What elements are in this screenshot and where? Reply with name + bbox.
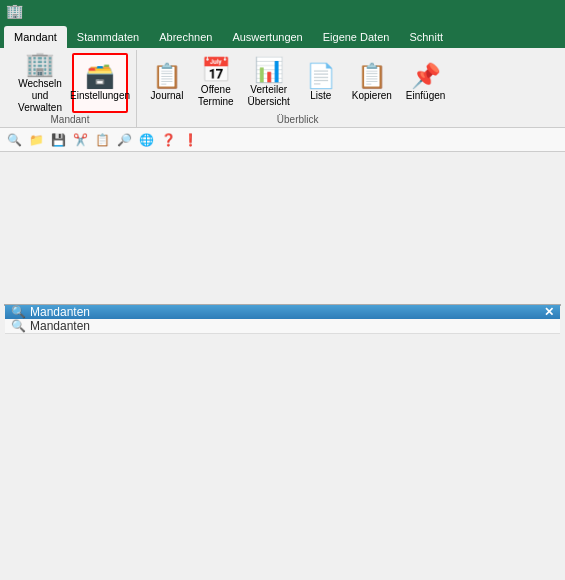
- einstellungen-icon: 🗃️: [85, 64, 115, 88]
- kopieren-label: Kopieren: [352, 90, 392, 102]
- tab-auswertungen[interactable]: Auswertungen: [222, 26, 312, 48]
- breadcrumb: 🔍 Mandanten: [5, 319, 560, 334]
- wechseln-icon: 🏢: [25, 52, 55, 76]
- ribbon-btn-journal[interactable]: 📋Journal: [145, 53, 189, 113]
- ribbon-group-ueberblick-group: 📋Journal📅Offene Termine📊Verteiler Übersi…: [137, 50, 458, 127]
- title-bar: 🏢: [0, 0, 565, 22]
- toolbar-btn-3[interactable]: ✂️: [70, 130, 90, 150]
- app-icon: 🏢: [6, 3, 23, 19]
- close-icon[interactable]: ✕: [544, 305, 554, 319]
- einstellungen-label: Einstellungen: [70, 90, 130, 102]
- ribbon-btn-wechseln[interactable]: 🏢Wechseln und Verwalten: [12, 53, 68, 113]
- tab-mandant[interactable]: Mandant: [4, 26, 67, 48]
- toolbar-btn-8[interactable]: ❗: [180, 130, 200, 150]
- ribbon-tabs: MandantStammdatenAbrechnenAuswertungenEi…: [0, 22, 565, 48]
- einfuegen-label: Einfügen: [406, 90, 445, 102]
- toolbar-btn-2[interactable]: 💾: [48, 130, 68, 150]
- ribbon-btn-einstellungen[interactable]: 🗃️Einstellungen: [72, 53, 128, 113]
- offene_termine-icon: 📅: [201, 58, 231, 82]
- ribbon-group-label-mandant-group: Mandant: [51, 114, 90, 127]
- tab-schnitt[interactable]: Schnitt: [399, 26, 453, 48]
- tab-abrechnen[interactable]: Abrechnen: [149, 26, 222, 48]
- toolbar-btn-1[interactable]: 📁: [26, 130, 46, 150]
- journal-icon: 📋: [152, 64, 182, 88]
- ribbon-body: 🏢Wechseln und Verwalten🗃️EinstellungenMa…: [0, 48, 565, 128]
- toolbar-btn-5[interactable]: 🔎: [114, 130, 134, 150]
- ribbon-btn-liste[interactable]: 📄Liste: [299, 53, 343, 113]
- wechseln-label: Wechseln und Verwalten: [17, 78, 63, 114]
- tab-eigene_daten[interactable]: Eigene Daten: [313, 26, 400, 48]
- window-icon: 🔍: [11, 305, 26, 319]
- quick-access-toolbar: 🔍📁💾✂️📋🔎🌐❓❗: [0, 128, 565, 152]
- toolbar-btn-4[interactable]: 📋: [92, 130, 112, 150]
- breadcrumb-icon: 🔍: [11, 319, 26, 333]
- mdi-title-bar: 🔍 Mandanten ✕: [5, 305, 560, 319]
- toolbar-btn-0[interactable]: 🔍: [4, 130, 24, 150]
- ribbon-btn-verteiler[interactable]: 📊Verteiler Übersicht: [243, 53, 295, 113]
- liste-label: Liste: [310, 90, 331, 102]
- toolbar-btn-6[interactable]: 🌐: [136, 130, 156, 150]
- window-title: Mandanten: [30, 305, 90, 319]
- tab-stammdaten[interactable]: Stammdaten: [67, 26, 149, 48]
- journal-label: Journal: [151, 90, 184, 102]
- offene_termine-label: Offene Termine: [198, 84, 234, 108]
- toolbar-btn-7[interactable]: ❓: [158, 130, 178, 150]
- ribbon-btn-offene_termine[interactable]: 📅Offene Termine: [193, 53, 239, 113]
- ribbon-group-mandant-group: 🏢Wechseln und Verwalten🗃️EinstellungenMa…: [4, 50, 137, 127]
- mdi-window: 🔍 Mandanten ✕ 🔍 Mandanten AdresseStellve…: [4, 304, 561, 306]
- verteiler-label: Verteiler Übersicht: [248, 84, 290, 108]
- ribbon-btn-einfuegen[interactable]: 📌Einfügen: [401, 53, 450, 113]
- einfuegen-icon: 📌: [411, 64, 441, 88]
- ribbon-group-label-ueberblick-group: Überblick: [277, 114, 319, 127]
- liste-icon: 📄: [306, 64, 336, 88]
- kopieren-icon: 📋: [357, 64, 387, 88]
- verteiler-icon: 📊: [254, 58, 284, 82]
- ribbon-btn-kopieren[interactable]: 📋Kopieren: [347, 53, 397, 113]
